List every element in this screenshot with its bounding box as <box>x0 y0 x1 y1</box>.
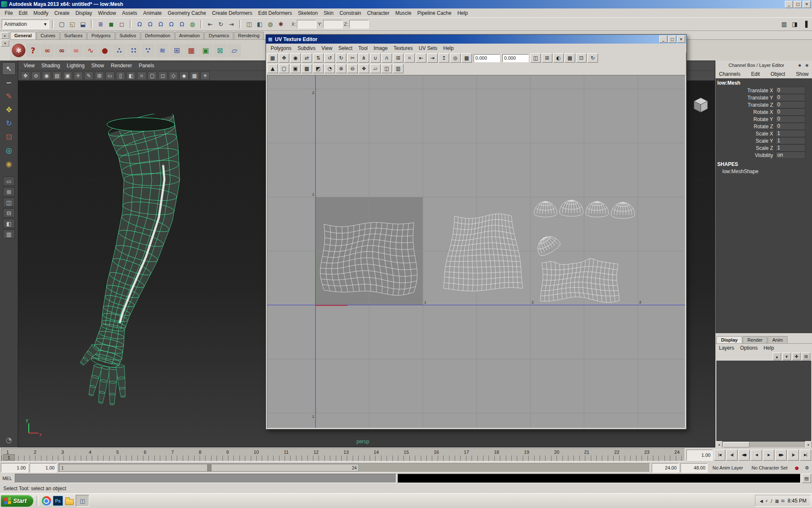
network-icon[interactable]: ▦ <box>775 499 779 503</box>
channel-value-field[interactable]: 0 <box>776 123 805 130</box>
uv-minimize-button[interactable]: _ <box>659 36 667 43</box>
channel-box-menu-item[interactable]: Channels <box>719 71 741 77</box>
layer-editor-menu-item[interactable]: Help <box>763 345 774 351</box>
range-slider-bar[interactable]: 1 24 <box>59 464 359 472</box>
refresh-icon[interactable]: ↻ <box>587 53 598 63</box>
range-slider-handle[interactable] <box>207 464 211 471</box>
select-tool-icon[interactable]: ↖ <box>2 62 16 75</box>
menu-item[interactable]: Create Deformers <box>209 9 255 17</box>
y-coordinate-field[interactable] <box>323 20 343 28</box>
snap-to-point-icon[interactable]: Ω <box>156 19 166 29</box>
step-back-key-button[interactable]: ◀● <box>738 450 750 461</box>
separator[interactable] <box>130 20 132 28</box>
bookmark-icon[interactable]: ▤ <box>52 72 62 80</box>
toggle-channel-box-icon[interactable]: ▐ <box>800 19 810 29</box>
layer-move-up-icon[interactable]: ▴ <box>773 353 781 360</box>
shelf-menu-button[interactable]: ▾ <box>1 40 9 47</box>
new-empty-layer-icon[interactable]: ✚ <box>792 353 801 360</box>
uv-u-value-field[interactable]: 0.000 <box>474 54 500 62</box>
wireframe-mode-icon[interactable]: ◇ <box>169 72 178 80</box>
snap-to-curve-icon[interactable]: Ω <box>145 19 155 29</box>
move-and-sew-icon[interactable]: ∩ <box>381 53 392 63</box>
channel-box-menu-item[interactable]: Object <box>771 71 785 77</box>
rotate-ccw-icon[interactable]: ↺ <box>324 53 335 63</box>
auto-keyframe-button[interactable]: ● <box>793 464 801 472</box>
uv-editor-titlebar[interactable]: ▦ UV Texture Editor _ □ ✕ <box>266 35 686 44</box>
uv-menu-item[interactable]: Polygons <box>268 44 294 52</box>
safe-action-icon[interactable]: ▢ <box>148 72 157 80</box>
menu-item[interactable]: Skeleton <box>295 9 321 17</box>
snap-to-view-plane-icon[interactable]: Ω <box>177 19 187 29</box>
lock-camera-icon[interactable]: ⊘ <box>31 72 41 80</box>
shelf-sphere-icon[interactable]: ● <box>98 44 112 57</box>
align-v-icon[interactable]: ↥ <box>439 53 449 63</box>
animation-end-field[interactable]: 48.00 <box>680 463 708 472</box>
lasso-tool-icon[interactable]: ∽ <box>3 77 15 88</box>
menu-item[interactable]: Character <box>364 9 392 17</box>
select-border-icon[interactable]: ▱ <box>370 64 381 73</box>
shape-node-name[interactable]: low:MeshShape <box>716 168 812 175</box>
uv-snapshot-icon[interactable]: ◫ <box>530 53 541 63</box>
shrink-selection-icon[interactable]: ⊖ <box>347 64 358 73</box>
rotate-cw-icon[interactable]: ↻ <box>336 53 346 63</box>
volume-icon[interactable]: ♪ <box>770 499 773 503</box>
command-line-input[interactable] <box>15 474 396 483</box>
channel-sliders-icon[interactable]: ◆ <box>796 62 803 68</box>
layer-move-down-icon[interactable]: ▾ <box>782 353 791 360</box>
shelf-help-icon[interactable]: ? <box>26 44 40 57</box>
select-shell-icon[interactable]: ❖ <box>359 64 369 73</box>
layer-editor-tab[interactable]: Display <box>716 336 742 343</box>
select-by-object-icon[interactable]: ◼ <box>106 19 116 29</box>
shelf-particles-icon[interactable]: ∷ <box>127 44 140 57</box>
shelf-tab[interactable]: Deformation <box>141 32 175 39</box>
channel-speed-icon[interactable]: ◉ <box>804 62 810 68</box>
safe-title-icon[interactable]: ◻ <box>158 72 167 80</box>
grease-pencil-icon[interactable]: ✎ <box>84 72 93 80</box>
layout-uvs-icon[interactable]: ⊞ <box>393 53 403 63</box>
save-scene-icon[interactable]: ⬓ <box>78 19 88 29</box>
menu-item[interactable]: Skin <box>321 9 336 17</box>
open-scene-icon[interactable]: ◱ <box>67 19 77 29</box>
current-time-field[interactable]: 1.00 <box>686 450 713 461</box>
play-backwards-button[interactable]: ◀ <box>751 450 762 461</box>
copy-uvs-icon[interactable]: ◫ <box>381 64 392 73</box>
layout-three-split-button[interactable]: ◧ <box>3 219 15 228</box>
flip-v-icon[interactable]: ⇅ <box>313 53 324 63</box>
uv-maximize-button[interactable]: □ <box>668 36 676 43</box>
ipr-render-icon[interactable]: ◍ <box>265 19 275 29</box>
lighting-icon[interactable]: ☀ <box>200 72 210 80</box>
menu-item[interactable]: Display <box>72 9 95 17</box>
menu-item[interactable]: File <box>2 9 16 17</box>
shelf-glasses-dark-icon[interactable]: ∞ <box>55 44 69 57</box>
shelf-lattice-icon[interactable]: ⊞ <box>170 44 184 57</box>
time-slider[interactable]: 123456789101112131415161718192021222324 … <box>1 448 685 461</box>
script-editor-button[interactable]: ▤ <box>802 474 811 483</box>
channel-value-field[interactable]: on <box>776 152 805 159</box>
start-button[interactable]: Start <box>1 495 33 507</box>
layer-list[interactable] <box>716 361 811 442</box>
shelf-stack-icon[interactable]: ▣ <box>199 44 212 57</box>
grid-toggle-icon[interactable]: ⊞ <box>95 72 104 80</box>
cut-uv-edges-icon[interactable]: ✂ <box>347 53 358 63</box>
channel-value-field[interactable]: 0 <box>776 108 805 116</box>
shelf-emitter-icon[interactable]: ∴ <box>112 44 126 57</box>
shelf-glasses-red-icon[interactable]: ∞ <box>41 44 54 57</box>
channel-value-field[interactable]: 1 <box>776 144 805 152</box>
menu-item[interactable]: Create <box>51 9 72 17</box>
removable-device-icon[interactable]: ⚡ <box>765 499 768 503</box>
z-coordinate-field[interactable] <box>349 20 369 28</box>
checkered-icon[interactable]: ▩ <box>302 64 312 73</box>
step-back-frame-button[interactable]: ◀| <box>726 450 738 461</box>
new-scene-icon[interactable]: ▢ <box>57 19 67 29</box>
distortion-icon[interactable]: ◩ <box>313 64 324 73</box>
resolution-gate-icon[interactable]: ▯ <box>116 72 125 80</box>
scroll-left-button[interactable]: ◂ <box>716 441 722 448</box>
playback-end-field[interactable]: 24.00 <box>652 463 679 472</box>
shelf-tab[interactable]: Curves <box>36 32 60 39</box>
layout-four-pane-button[interactable]: ⊞ <box>3 187 15 196</box>
uv-lattice-tool-icon[interactable]: ▦ <box>267 53 278 63</box>
channel-value-field[interactable]: 0 <box>776 116 805 123</box>
close-button[interactable]: ✕ <box>803 1 811 8</box>
uv-move-tool-icon[interactable]: ✥ <box>279 53 289 63</box>
shelf-tab[interactable]: Animation <box>175 32 204 39</box>
